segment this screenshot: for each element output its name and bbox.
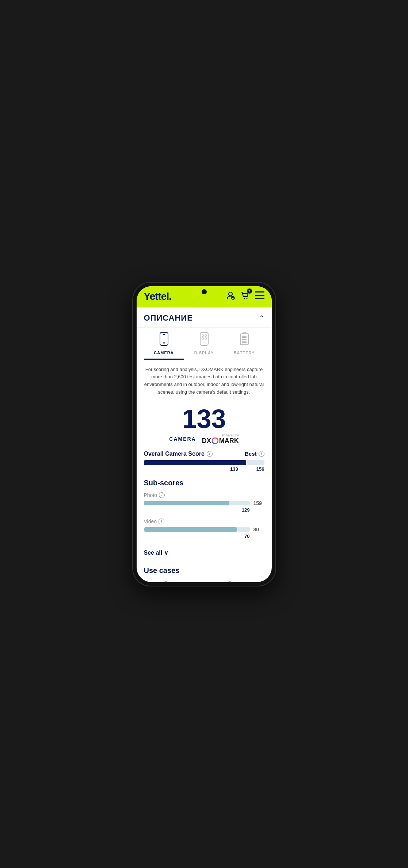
battery-tab-icon bbox=[239, 332, 249, 348]
see-all-section: See all ∨ bbox=[137, 548, 272, 562]
score-camera-label: CAMERA bbox=[169, 436, 196, 442]
main-score-section: 133 CAMERA Powered by DX bbox=[137, 402, 272, 451]
section-title: ОПИСАНИЕ bbox=[144, 313, 193, 323]
display-tab-label: DISPLAY bbox=[194, 351, 214, 355]
overall-progress-bar bbox=[144, 460, 264, 465]
camera-tab-icon bbox=[159, 332, 169, 348]
use-case-lowlight: 101 Best 132 Lowlight Photos and videos … bbox=[208, 581, 264, 582]
photo-value: 129 bbox=[144, 507, 264, 513]
lowlight-donut-row: 101 Best 132 bbox=[213, 581, 259, 582]
video-score-item: Video i 80 70 bbox=[144, 519, 264, 539]
svg-rect-5 bbox=[255, 295, 264, 296]
cart-badge: 1 bbox=[247, 288, 252, 294]
camera-tab-label: CAMERA bbox=[154, 351, 174, 355]
photo-bar-wrap bbox=[144, 501, 250, 505]
video-info-icon[interactable]: i bbox=[159, 519, 164, 524]
display-tab-icon bbox=[199, 332, 209, 348]
main-content: ОПИСАНИЕ ⌃ CAMERA bbox=[137, 307, 272, 582]
app-logo: Yettel. bbox=[144, 291, 171, 302]
svg-point-0 bbox=[229, 292, 232, 296]
svg-point-1 bbox=[231, 296, 235, 300]
lowlight-score-center: 101 bbox=[213, 581, 246, 582]
menu-icon[interactable] bbox=[255, 291, 264, 302]
svg-point-8 bbox=[163, 342, 165, 344]
powered-by-text: Powered by bbox=[202, 433, 239, 437]
svg-rect-18 bbox=[242, 339, 247, 340]
svg-rect-11 bbox=[202, 335, 203, 336]
sub-scores-section: Sub-scores Photo i 159 129 bbox=[137, 479, 272, 548]
overall-info-icon[interactable]: i bbox=[207, 451, 213, 457]
overall-score-section: Overall Camera Score i Best i 133 156 bbox=[137, 451, 272, 479]
video-bar-wrap bbox=[144, 527, 250, 532]
video-best: 80 bbox=[253, 527, 264, 532]
see-all-button[interactable]: See all ∨ bbox=[144, 550, 168, 556]
svg-point-3 bbox=[246, 298, 247, 299]
photo-bar-fill bbox=[144, 501, 230, 505]
photo-best: 159 bbox=[253, 500, 264, 506]
use-cases-title: Use cases bbox=[144, 566, 264, 575]
svg-rect-10 bbox=[200, 332, 208, 345]
camera-cutout bbox=[202, 289, 207, 294]
friends-donut-row: 124 Best 148 bbox=[149, 581, 195, 582]
dxo-text: DX bbox=[202, 437, 211, 445]
header-icons: 1 bbox=[226, 291, 264, 302]
friends-donut: 124 bbox=[149, 581, 182, 582]
dxomark-logo: Powered by DX MARK bbox=[202, 433, 239, 445]
cart-icon[interactable]: 1 bbox=[240, 291, 250, 302]
main-score-number: 133 bbox=[144, 406, 264, 432]
svg-rect-17 bbox=[242, 336, 247, 338]
svg-rect-9 bbox=[163, 334, 165, 335]
battery-tab-label: BATTERY bbox=[234, 351, 255, 355]
photo-label: Photo i bbox=[144, 492, 264, 498]
phone-device: Yettel. 1 bbox=[133, 283, 275, 586]
photo-bar-row: 159 bbox=[144, 500, 264, 506]
use-cases-section: Use cases 124 bbox=[137, 562, 272, 582]
svg-rect-16 bbox=[243, 332, 246, 334]
overall-progress-fill bbox=[144, 460, 247, 465]
score-label-row: CAMERA Powered by DX bbox=[144, 433, 264, 445]
video-label: Video i bbox=[144, 519, 264, 524]
video-bar-row: 80 bbox=[144, 527, 264, 532]
tab-battery[interactable]: BATTERY bbox=[224, 328, 264, 360]
dxo-brand: DX MARK bbox=[202, 437, 239, 445]
svg-point-2 bbox=[244, 298, 245, 299]
overall-best-label: Best bbox=[245, 451, 257, 457]
collapse-icon[interactable]: ⌃ bbox=[259, 314, 264, 322]
overall-score-header: Overall Camera Score i Best i bbox=[144, 451, 264, 457]
svg-rect-6 bbox=[255, 298, 264, 299]
lowlight-donut: 101 bbox=[213, 581, 246, 582]
section-header: ОПИСАНИЕ ⌃ bbox=[137, 307, 272, 328]
use-case-friends: 124 Best 148 Friends & Family Portrait a… bbox=[144, 581, 201, 582]
overall-score-value: 133 bbox=[230, 466, 238, 472]
video-value: 70 bbox=[144, 534, 264, 539]
svg-rect-14 bbox=[205, 338, 206, 339]
tab-camera[interactable]: CAMERA bbox=[144, 328, 184, 360]
photo-info-icon[interactable]: i bbox=[159, 492, 165, 498]
overall-score-title: Overall Camera Score bbox=[144, 451, 205, 457]
use-cases-grid: 124 Best 148 Friends & Family Portrait a… bbox=[144, 581, 264, 582]
description-text: For scoring and analysis, DXOMARK engine… bbox=[137, 360, 272, 402]
tab-display[interactable]: DISPLAY bbox=[184, 328, 224, 360]
svg-rect-4 bbox=[255, 291, 264, 292]
svg-rect-19 bbox=[242, 341, 247, 343]
overall-best-value: 156 bbox=[256, 466, 264, 472]
phone-screen: Yettel. 1 bbox=[137, 286, 272, 582]
friends-score-center: 124 bbox=[149, 581, 182, 582]
video-bar-fill bbox=[144, 527, 237, 532]
best-info-icon[interactable]: i bbox=[259, 451, 264, 457]
tabs-container: CAMERA DISPLAY bbox=[137, 328, 272, 360]
svg-rect-13 bbox=[202, 338, 203, 339]
sub-scores-title: Sub-scores bbox=[144, 479, 264, 487]
dxo-circle-icon bbox=[212, 437, 218, 444]
svg-rect-12 bbox=[205, 335, 206, 336]
photo-score-item: Photo i 159 129 bbox=[144, 492, 264, 513]
mark-text: MARK bbox=[219, 437, 239, 445]
account-icon[interactable] bbox=[226, 291, 235, 302]
